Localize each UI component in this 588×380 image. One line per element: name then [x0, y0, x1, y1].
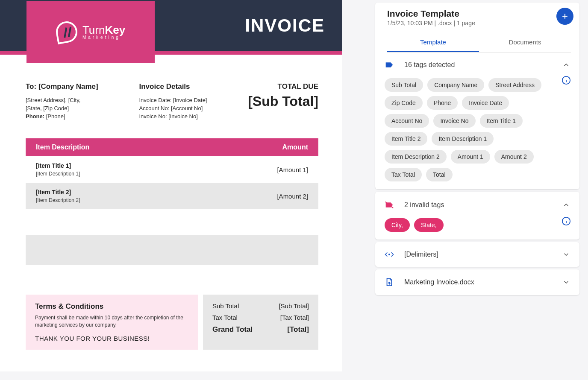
brand-line1a: Turn: [82, 23, 105, 36]
total-due-column: TOTAL DUE [Sub Total]: [248, 82, 318, 121]
brand-logo-icon: [54, 20, 79, 44]
tag-chip[interactable]: Sub Total: [385, 78, 423, 92]
side-panel: Invoice Template 1/5/23, 10:03 PM | .doc…: [375, 3, 579, 380]
tag-chip[interactable]: Item Description 1: [432, 132, 494, 146]
item-desc: [Item Description 2]: [36, 197, 80, 203]
details-column: Invoice Details Invoice Date: [Invoice D…: [139, 82, 207, 121]
add-button[interactable]: [556, 8, 573, 25]
detected-tags-section: 16 tags detected Sub TotalCompany NameSt…: [375, 53, 579, 189]
to-line-3: Phone: [Phone]: [26, 113, 98, 120]
delimiters-icon: [385, 251, 394, 258]
to-column: To: [Company Name] [Street Address], [Ci…: [26, 82, 98, 121]
tag-chip[interactable]: Total: [426, 168, 453, 181]
terms-body: Payment shall be made within 10 days aft…: [35, 314, 188, 329]
tag-chip[interactable]: Tax Total: [385, 168, 422, 181]
brand-text: TurnKey Marketing: [82, 24, 125, 40]
tag-chip[interactable]: Amount 2: [494, 150, 534, 164]
tag-chip[interactable]: Invoice No: [433, 114, 475, 128]
grandtotal-label: Grand Total: [212, 325, 253, 334]
items-header-amount: Amount: [282, 143, 308, 151]
brand-line2: Marketing: [82, 35, 125, 40]
info-button[interactable]: [562, 76, 571, 87]
panel-title: Invoice Template: [387, 9, 571, 19]
file-upload-icon: [385, 278, 394, 286]
document-preview: TurnKey Marketing INVOICE To: [Company N…: [0, 0, 342, 371]
delimiters-label: [Delimiters]: [404, 251, 552, 258]
chevron-down-icon: [562, 251, 570, 258]
taxtotal-label: Tax Total: [212, 314, 238, 321]
delimiters-card: [Delimiters]: [375, 242, 579, 267]
tag-icon: [385, 61, 394, 68]
invalid-tags-toggle[interactable]: 2 invalid tags: [385, 199, 570, 210]
items-header-row: Item Description Amount: [26, 138, 318, 156]
terms-thanks: THANK YOU FOR YOUR BUSINESS!: [35, 335, 188, 342]
item-title: [Item Title 2]: [36, 189, 80, 196]
info-icon: [562, 216, 571, 226]
items-header-desc: Item Description: [36, 143, 89, 151]
doc-header: TurnKey Marketing INVOICE: [0, 0, 342, 51]
details-line-3: Invoice No: [Invoice No]: [139, 113, 207, 120]
tag-chip[interactable]: Zip Code: [385, 96, 423, 110]
chevron-up-icon: [562, 201, 570, 209]
to-line-2: [State, [Zip Code]: [26, 105, 98, 111]
item-row: [Item Title 2] [Item Description 2] [Amo…: [26, 183, 318, 209]
grandtotal-value: [Total]: [287, 325, 309, 334]
invalid-summary: 2 invalid tags: [404, 201, 552, 209]
info-icon: [562, 76, 571, 85]
subtotal-value: [Sub Total]: [279, 302, 309, 310]
invalid-tag-chip[interactable]: City,: [385, 218, 410, 232]
tag-chip[interactable]: Item Title 2: [385, 132, 427, 146]
tab-documents[interactable]: Documents: [479, 33, 571, 52]
chevron-down-icon: [562, 278, 570, 286]
subtotal-label: Sub Total: [212, 302, 239, 310]
terms-heading: Terms & Conditions: [35, 302, 188, 311]
item-desc: [Item Description 1]: [36, 171, 80, 177]
detected-tags-toggle[interactable]: 16 tags detected: [385, 59, 570, 70]
file-card: Marketing Invoice.docx: [375, 269, 579, 295]
tag-chip[interactable]: Company Name: [427, 78, 484, 92]
brand-block: TurnKey Marketing: [26, 1, 155, 63]
tag-chip[interactable]: Street Address: [488, 78, 541, 92]
tag-chip[interactable]: Invoice Date: [462, 96, 509, 110]
invoice-title: INVOICE: [245, 15, 325, 36]
details-line-1: Invoice Date: [Invoice Date]: [139, 97, 207, 103]
spacer-block: [26, 235, 318, 265]
file-label: Marketing Invoice.docx: [404, 278, 552, 286]
invalid-tags-card: 2 invalid tags City,State,: [375, 192, 579, 240]
chevron-up-icon: [562, 61, 570, 69]
delimiters-toggle[interactable]: [Delimiters]: [385, 249, 570, 260]
tab-template[interactable]: Template: [387, 33, 479, 52]
file-toggle[interactable]: Marketing Invoice.docx: [385, 276, 570, 288]
brand-line1b: Key: [105, 23, 125, 36]
plus-icon: [561, 12, 569, 20]
total-due-value: [Sub Total]: [248, 94, 318, 109]
tag-chip[interactable]: Item Description 2: [385, 150, 447, 164]
details-line-2: Account No: [Account No]: [139, 105, 207, 111]
panel-meta: 1/5/23, 10:03 PM | .docx | 1 page: [387, 20, 571, 26]
detected-summary: 16 tags detected: [404, 61, 552, 69]
svg-point-2: [389, 254, 390, 255]
taxtotal-value: [Tax Total]: [280, 314, 309, 321]
to-heading: To: [Company Name]: [26, 82, 98, 91]
item-amount: [Amount 2]: [277, 193, 308, 200]
item-amount: [Amount 1]: [277, 166, 308, 173]
panel-header-card: Invoice Template 1/5/23, 10:03 PM | .doc…: [375, 3, 579, 189]
tag-chip[interactable]: Phone: [427, 96, 458, 110]
item-title: [Item Title 1]: [36, 162, 80, 169]
total-due-label: TOTAL DUE: [248, 82, 318, 91]
info-button[interactable]: [562, 216, 571, 228]
to-line-1: [Street Address], [City,: [26, 97, 98, 103]
panel-tabs: Template Documents: [387, 33, 571, 53]
tag-chip[interactable]: Item Title 1: [480, 114, 523, 128]
details-heading: Invoice Details: [139, 82, 207, 91]
tag-chip[interactable]: Amount 1: [451, 150, 490, 164]
terms-block: Terms & Conditions Payment shall be made…: [26, 295, 198, 350]
totals-block: Sub Total[Sub Total] Tax Total[Tax Total…: [203, 295, 318, 350]
tag-chip[interactable]: Account No: [385, 114, 429, 128]
tag-invalid-icon: [385, 201, 394, 209]
item-row: [Item Title 1] [Item Description 1] [Amo…: [26, 156, 318, 183]
invalid-tag-chip[interactable]: State,: [414, 218, 444, 232]
